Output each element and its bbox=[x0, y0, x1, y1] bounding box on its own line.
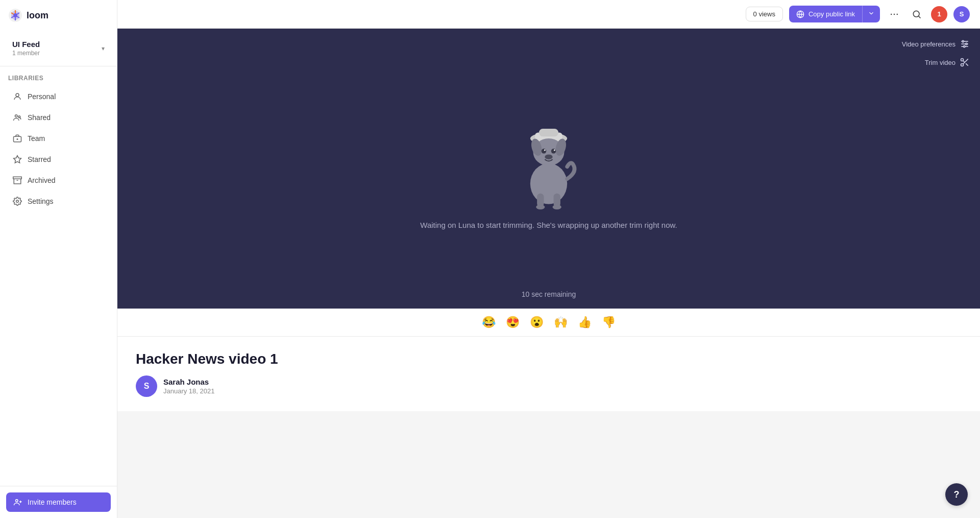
svg-point-31 bbox=[962, 40, 964, 42]
sidebar-item-shared[interactable]: Shared bbox=[4, 107, 113, 128]
loom-logo: loom bbox=[0, 0, 117, 29]
sidebar-item-archived[interactable]: Archived bbox=[4, 170, 113, 191]
reaction-bar: 😂 😍 😮 🙌 👍 👎 bbox=[117, 309, 980, 337]
shared-icon bbox=[12, 112, 22, 123]
svg-point-32 bbox=[966, 43, 967, 44]
video-controls: Video preferences Trim video bbox=[902, 39, 970, 67]
svg-point-17 bbox=[16, 200, 19, 203]
svg-point-34 bbox=[961, 59, 964, 61]
star-icon bbox=[12, 154, 22, 164]
sidebar-item-starred[interactable]: Starred bbox=[4, 149, 113, 170]
svg-point-35 bbox=[961, 64, 964, 66]
user-avatar-1[interactable]: 1 bbox=[931, 6, 947, 22]
invite-label: Invite members bbox=[28, 498, 77, 506]
sidebar-item-settings[interactable]: Settings bbox=[4, 191, 113, 211]
libraries-label: Libraries bbox=[0, 66, 117, 86]
loom-logo-icon bbox=[8, 8, 22, 22]
svg-point-49 bbox=[545, 154, 552, 159]
remaining-text: 10 sec remaining bbox=[522, 290, 576, 298]
workspace-selector-container: UI Feed 1 member ▾ bbox=[0, 29, 117, 66]
svg-point-47 bbox=[544, 149, 546, 151]
reaction-thumbs-up[interactable]: 👍 bbox=[576, 314, 594, 331]
invite-members-button[interactable]: Invite members bbox=[6, 492, 111, 512]
author-name: Sarah Jonas bbox=[163, 378, 214, 386]
workspace-selector[interactable]: UI Feed 1 member ▾ bbox=[8, 37, 109, 60]
svg-point-54 bbox=[553, 204, 561, 209]
svg-marker-14 bbox=[14, 156, 21, 163]
video-player: Video preferences Trim video bbox=[117, 29, 980, 309]
help-button[interactable]: ? bbox=[945, 483, 968, 506]
help-icon: ? bbox=[954, 489, 960, 500]
workspace-members: 1 member bbox=[12, 50, 40, 57]
team-icon bbox=[12, 133, 22, 144]
search-icon bbox=[912, 9, 922, 19]
chevron-down-icon: ▾ bbox=[102, 45, 105, 52]
svg-point-50 bbox=[530, 163, 567, 204]
gear-icon bbox=[12, 196, 22, 206]
svg-point-23 bbox=[891, 13, 892, 15]
sidebar-item-personal[interactable]: Personal bbox=[4, 86, 113, 107]
svg-line-37 bbox=[966, 63, 968, 66]
user-avatar-2[interactable]: S bbox=[953, 6, 970, 22]
team-label: Team bbox=[28, 134, 45, 143]
author-details: Sarah Jonas January 18, 2021 bbox=[163, 378, 214, 395]
person-icon bbox=[12, 91, 22, 102]
svg-line-38 bbox=[963, 61, 965, 62]
video-info: Hacker News video 1 S Sarah Jonas Januar… bbox=[117, 337, 980, 411]
reaction-clap[interactable]: 🙌 bbox=[552, 314, 570, 331]
svg-point-33 bbox=[964, 45, 965, 47]
trim-label: Trim video bbox=[925, 59, 955, 66]
search-button[interactable] bbox=[909, 6, 925, 22]
video-preferences-button[interactable]: Video preferences bbox=[902, 39, 970, 49]
svg-line-27 bbox=[919, 16, 921, 18]
video-title: Hacker News video 1 bbox=[136, 351, 962, 367]
personal-label: Personal bbox=[28, 92, 56, 101]
svg-point-46 bbox=[551, 149, 556, 154]
sidebar: loom UI Feed 1 member ▾ Libraries Person… bbox=[0, 0, 117, 518]
more-options-button[interactable] bbox=[886, 6, 902, 22]
archive-icon bbox=[12, 175, 22, 185]
sliders-icon bbox=[960, 39, 970, 49]
topbar: 0 views Copy public link bbox=[117, 0, 980, 29]
reaction-laugh[interactable]: 😂 bbox=[480, 314, 498, 331]
waiting-text: Waiting on Luna to start trimming. She's… bbox=[420, 221, 677, 229]
scissors-icon bbox=[960, 57, 970, 67]
main-content: 0 views Copy public link bbox=[117, 0, 980, 518]
settings-label: Settings bbox=[28, 197, 54, 205]
reaction-heart-eyes[interactable]: 😍 bbox=[504, 314, 522, 331]
views-badge: 0 views bbox=[746, 7, 783, 21]
author-avatar: S bbox=[136, 375, 157, 397]
archived-label: Archived bbox=[28, 176, 55, 184]
author-row: S Sarah Jonas January 18, 2021 bbox=[136, 375, 962, 397]
dog-illustration bbox=[508, 108, 590, 210]
svg-point-26 bbox=[913, 11, 919, 17]
reaction-thumbs-down[interactable]: 👎 bbox=[600, 314, 618, 331]
sidebar-nav: Libraries Personal Shared bbox=[0, 66, 117, 486]
svg-point-53 bbox=[536, 204, 545, 209]
trim-video-button[interactable]: Trim video bbox=[925, 57, 970, 67]
author-date: January 18, 2021 bbox=[163, 387, 214, 395]
starred-label: Starred bbox=[28, 155, 51, 163]
svg-rect-15 bbox=[13, 177, 22, 179]
svg-point-45 bbox=[542, 149, 547, 154]
workspace-info: UI Feed 1 member bbox=[12, 40, 40, 57]
content-scroll: Video preferences Trim video bbox=[117, 29, 980, 518]
copy-link-main: Copy public link bbox=[789, 6, 862, 22]
more-icon bbox=[889, 9, 899, 19]
app-name: loom bbox=[27, 10, 48, 21]
svg-point-25 bbox=[897, 13, 898, 15]
chevron-down-icon bbox=[868, 10, 875, 17]
sidebar-item-team[interactable]: Team bbox=[4, 128, 113, 149]
copy-link-label: Copy public link bbox=[808, 10, 855, 18]
shared-label: Shared bbox=[28, 113, 51, 122]
copy-public-link-button[interactable]: Copy public link bbox=[789, 6, 880, 22]
svg-point-8 bbox=[16, 93, 19, 97]
author-initial: S bbox=[144, 382, 150, 391]
video-loading-state: Waiting on Luna to start trimming. She's… bbox=[420, 29, 677, 309]
copy-link-dropdown-button[interactable] bbox=[862, 6, 880, 22]
svg-point-48 bbox=[554, 149, 555, 151]
video-preferences-label: Video preferences bbox=[902, 40, 955, 48]
workspace-name: UI Feed bbox=[12, 40, 40, 49]
reaction-surprised[interactable]: 😮 bbox=[528, 314, 546, 331]
svg-rect-41 bbox=[539, 129, 558, 136]
